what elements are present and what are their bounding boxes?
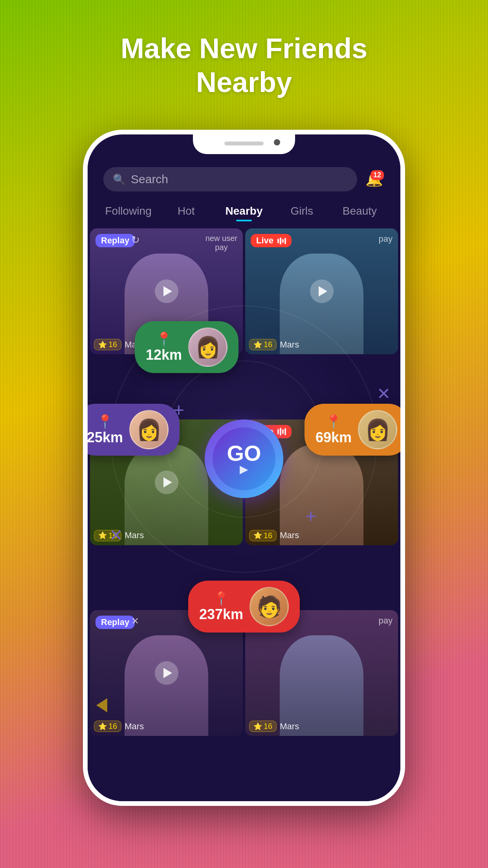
card5-user-row: ⭐ 16 Mars — [94, 721, 239, 732]
tab-following[interactable]: Following — [99, 199, 157, 221]
refresh-icon-1: ↻ — [131, 234, 140, 246]
go-inner: GO ▶ — [213, 427, 275, 490]
go-label: GO — [227, 442, 261, 464]
tab-nearby[interactable]: Nearby — [215, 199, 273, 221]
card6-user-row: ⭐ 16 Mars — [249, 721, 394, 732]
play-btn-5[interactable] — [155, 661, 178, 685]
star-badge-5: ⭐ 16 — [94, 721, 121, 732]
bubble-237km[interactable]: 📍 237km 🧑 — [188, 581, 300, 633]
pin-icon-69km: 📍 — [325, 414, 342, 429]
bubble-69km-label: 69km — [316, 429, 352, 446]
bubble-12km-label: 12km — [146, 347, 182, 363]
pin-icon-25km: 📍 — [97, 414, 113, 429]
bubble-69km-content: 📍 69km — [316, 414, 352, 446]
pin-icon-12km: 📍 — [156, 331, 172, 347]
camera — [274, 139, 280, 145]
badge-pay-6: pay — [379, 616, 393, 626]
close-button-top[interactable]: ✕ — [377, 384, 391, 403]
bubble-237km-label: 237km — [199, 606, 243, 623]
phone-frame: 🔍 Search 🔔 12 Following Hot Nearby — [83, 130, 405, 806]
tab-beauty[interactable]: Beauty — [331, 199, 389, 221]
bubble-237km-content: 📍 237km — [199, 590, 243, 623]
search-icon: 🔍 — [113, 173, 125, 186]
headline-line2: Nearby — [24, 65, 464, 99]
go-play-icon: ▶ — [240, 463, 248, 476]
notification-badge: 12 — [371, 170, 384, 180]
notification-bell[interactable]: 🔔 12 — [360, 167, 388, 191]
plus-button-top[interactable]: + — [173, 399, 184, 421]
bubble-69km[interactable]: 📍 69km 👩 — [305, 404, 400, 456]
tab-hot[interactable]: Hot — [157, 199, 215, 221]
bubble-12km[interactable]: 📍 12km 👩 — [135, 321, 238, 373]
badge-replay-1: Replay — [95, 234, 135, 247]
search-bar[interactable]: 🔍 Search — [103, 167, 357, 191]
bubble-25km-avatar: 👩 — [129, 410, 169, 449]
search-placeholder: Search — [131, 173, 168, 186]
badge-pay-1: new user pay — [205, 234, 237, 252]
bubble-237km-avatar: 🧑 — [250, 587, 289, 626]
bubble-69km-avatar: 👩 — [358, 410, 397, 449]
bubble-12km-content: 📍 12km — [146, 331, 182, 363]
bubble-25km-label: 25km — [88, 429, 123, 446]
play-btn-2[interactable] — [310, 280, 334, 303]
phone-inner: 🔍 Search 🔔 12 Following Hot Nearby — [88, 134, 400, 801]
x-small-icon-5: ✕ — [131, 616, 139, 627]
screen: 🔍 Search 🔔 12 Following Hot Nearby — [88, 156, 400, 801]
go-button[interactable]: GO ▶ — [205, 419, 283, 498]
star-badge-6: ⭐ 16 — [249, 721, 277, 732]
pin-icon-237km: 📍 — [213, 590, 229, 606]
bubble-25km[interactable]: 📍 25km 👩 — [88, 404, 180, 456]
bubble-12km-avatar: 👩 — [188, 327, 227, 367]
badge-live-2: Live — [251, 234, 292, 247]
speaker — [224, 142, 264, 145]
plus-button-bottom[interactable]: + — [305, 505, 316, 527]
close-button-mid[interactable]: ✕ — [109, 526, 123, 545]
tab-girls[interactable]: Girls — [273, 199, 331, 221]
star-badge-1: ⭐ 16 — [94, 339, 121, 350]
arrow-icon-5 — [96, 698, 107, 712]
badge-replay-5: Replay — [95, 616, 135, 629]
headline: Make New Friends Nearby — [0, 31, 488, 99]
badge-pay-2: pay — [379, 234, 393, 244]
bubble-25km-content: 📍 25km — [88, 414, 123, 446]
tab-bar: Following Hot Nearby Girls Beauty — [88, 199, 400, 221]
play-btn-1[interactable] — [155, 280, 178, 303]
notch — [193, 134, 295, 154]
headline-line1: Make New Friends — [24, 31, 464, 65]
